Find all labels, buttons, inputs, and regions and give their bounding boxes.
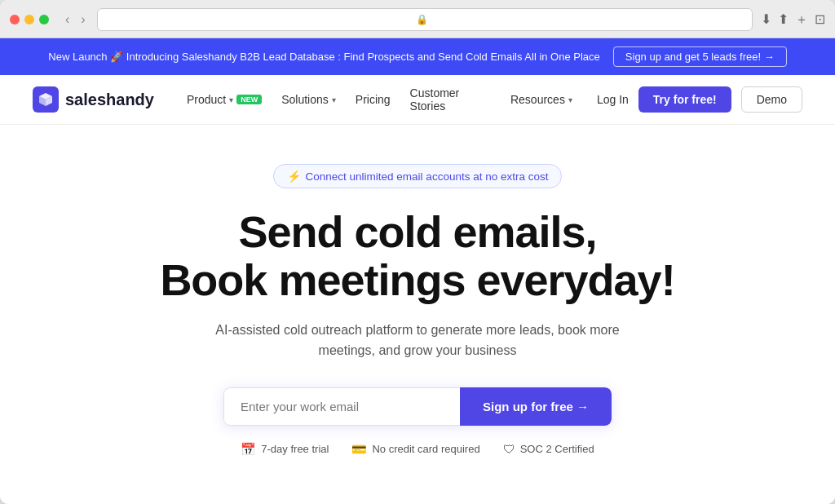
- page-content: New Launch 🚀 Introducing Saleshandy B2B …: [0, 38, 835, 504]
- logo-text: saleshandy: [65, 91, 154, 109]
- demo-button[interactable]: Demo: [741, 86, 802, 113]
- address-bar[interactable]: 🔒: [97, 8, 753, 31]
- lightning-icon: ⚡: [287, 170, 301, 183]
- solutions-chevron-icon: ▾: [332, 95, 336, 104]
- logo-icon: [33, 86, 59, 113]
- fullscreen-button[interactable]: [39, 15, 49, 24]
- hero-section: ⚡ Connect unlimited email accounts at no…: [0, 125, 835, 504]
- calendar-icon: 📅: [241, 442, 256, 457]
- trust-cc-text: No credit card required: [372, 443, 479, 455]
- new-badge: NEW: [236, 95, 262, 104]
- hero-badge-text: Connect unlimited email accounts at no e…: [306, 170, 549, 183]
- browser-navigation: ‹ ›: [62, 12, 89, 27]
- nav-customer-stories[interactable]: Customer Stories: [410, 86, 491, 113]
- back-button[interactable]: ‹: [62, 12, 73, 27]
- trust-soc2-text: SOC 2 Certified: [520, 443, 594, 455]
- close-button[interactable]: [10, 15, 20, 24]
- nav-links: Product ▾ NEW Solutions ▾ Pricing Custom…: [187, 86, 572, 113]
- nav-actions: Log In Try for free! Demo: [597, 86, 802, 113]
- try-for-free-button[interactable]: Try for free!: [638, 86, 731, 113]
- trust-free-trial: 📅 7-day free trial: [241, 442, 329, 457]
- resources-chevron-icon: ▾: [568, 95, 572, 104]
- trust-soc2: 🛡 SOC 2 Certified: [503, 442, 594, 456]
- lock-icon: 🔒: [416, 14, 428, 25]
- hero-title-line1: Send cold emails,: [238, 207, 596, 256]
- new-tab-icon[interactable]: ＋: [795, 11, 808, 29]
- minimize-button[interactable]: [24, 15, 34, 24]
- hero-title-line2: Book meetings everyday!: [160, 255, 674, 304]
- navbar: saleshandy Product ▾ NEW Solutions ▾ Pri…: [0, 75, 835, 125]
- share-icon[interactable]: ⬆: [778, 11, 789, 29]
- browser-chrome: ‹ › 🔒 ⬇ ⬆ ＋ ⊡: [0, 0, 835, 38]
- login-button[interactable]: Log In: [597, 93, 629, 106]
- announcement-banner: New Launch 🚀 Introducing Saleshandy B2B …: [0, 38, 835, 75]
- signup-button[interactable]: Sign up for free →: [460, 387, 612, 426]
- hero-subtitle: AI-assisted cold outreach platform to ge…: [205, 320, 630, 361]
- email-input[interactable]: [223, 387, 460, 426]
- hero-title: Send cold emails, Book meetings everyday…: [160, 208, 674, 305]
- tabs-icon[interactable]: ⊡: [815, 11, 825, 29]
- forward-button[interactable]: ›: [77, 12, 88, 27]
- nav-product[interactable]: Product ▾ NEW: [187, 93, 262, 106]
- announcement-text: New Launch 🚀 Introducing Saleshandy B2B …: [48, 51, 600, 63]
- announcement-cta-button[interactable]: Sign up and get 5 leads free! →: [613, 46, 787, 67]
- trust-badges: 📅 7-day free trial 💳 No credit card requ…: [241, 442, 594, 457]
- card-icon: 💳: [351, 442, 367, 457]
- trust-trial-text: 7-day free trial: [261, 443, 329, 455]
- nav-solutions[interactable]: Solutions ▾: [281, 93, 336, 106]
- browser-actions: ⬇ ⬆ ＋ ⊡: [761, 11, 825, 29]
- traffic-lights: [10, 15, 49, 24]
- product-chevron-icon: ▾: [229, 95, 233, 104]
- hero-badge: ⚡ Connect unlimited email accounts at no…: [273, 164, 563, 188]
- browser-window: ‹ › 🔒 ⬇ ⬆ ＋ ⊡ New Launch 🚀 Introducing S…: [0, 0, 835, 504]
- nav-pricing[interactable]: Pricing: [356, 93, 391, 106]
- download-icon[interactable]: ⬇: [761, 11, 771, 29]
- nav-resources[interactable]: Resources ▾: [510, 93, 572, 106]
- hero-cta-form: Sign up for free →: [223, 387, 612, 426]
- trust-no-credit-card: 💳 No credit card required: [351, 442, 479, 457]
- logo[interactable]: saleshandy: [33, 86, 154, 113]
- shield-icon: 🛡: [503, 442, 515, 456]
